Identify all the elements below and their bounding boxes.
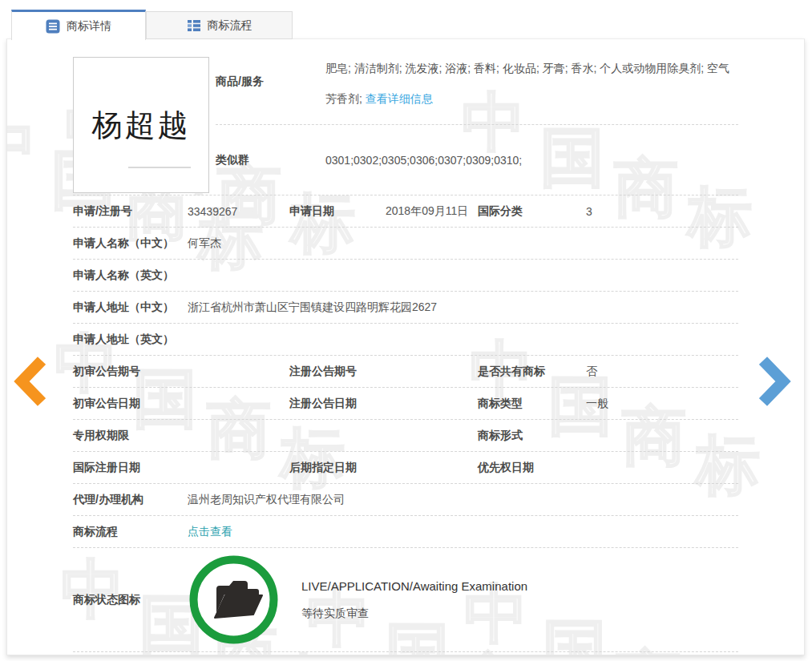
trademark-detail-page: 商标详情 商标流程 中 国 商 标 [0, 0, 812, 661]
applicant-en-label: 申请人名称（英文） [73, 268, 188, 283]
next-arrow-button[interactable] [759, 357, 791, 406]
first-notice-no-row: 初审公告期号 注册公告期号 是否共有商标 否 [73, 356, 738, 388]
intl-reg-date-label: 国际注册日期 [73, 461, 188, 475]
similar-group-value: 0301;0302;0305;0306;0307;0309;0310; [325, 154, 522, 167]
process-row: 商标流程 点击查看 [73, 516, 738, 548]
tab-trademark-detail[interactable]: 商标详情 [11, 10, 146, 40]
click-to-view-link[interactable]: 点击查看 [188, 525, 232, 538]
address-cn-label: 申请人地址（中文） [73, 300, 188, 315]
applicant-name-en-row: 申请人名称（英文） [73, 260, 738, 292]
shared-mark-value: 否 [586, 365, 738, 379]
reg-no-value: 33439267 [188, 205, 289, 218]
similar-group-label: 类似群 [216, 153, 325, 167]
intl-class-value: 3 [586, 205, 738, 218]
intl-reg-date-row: 国际注册日期 后期指定日期 优先权日期 [73, 452, 738, 484]
shared-mark-label: 是否共有商标 [478, 365, 586, 379]
reg-no-label: 申请/注册号 [73, 204, 188, 219]
detail-panel: 中 国 商 标 中 国 商 标 中 国 商 标 中 国 商 标 [6, 38, 805, 655]
applicant-cn-label: 申请人名称（中文） [73, 236, 188, 251]
apply-date-label: 申请日期 [289, 204, 386, 219]
similar-group-row: 类似群 0301;0302;0305;0306;0307;0309;0310; [216, 125, 738, 195]
status-label: 商标状态图标 [73, 593, 188, 607]
goods-services-label: 商品/服务 [216, 75, 325, 89]
mark-type-label: 商标类型 [478, 397, 586, 411]
applicant-address-en-row: 申请人地址（英文） [73, 324, 738, 356]
folder-status-icon [188, 554, 280, 646]
trademark-summary-section: 杨超越 商品/服务 肥皂; 清洁制剂; 洗发液; 浴液; 香料; 化妆品; 牙膏… [73, 39, 738, 195]
agency-value: 温州老周知识产权代理有限公司 [188, 493, 738, 507]
process-list-icon [187, 18, 201, 33]
detail-list-icon [46, 19, 60, 34]
trademark-image-artifact [128, 167, 191, 168]
goods-services-row: 商品/服务 肥皂; 清洁制剂; 洗发液; 浴液; 香料; 化妆品; 牙膏; 香水… [216, 39, 738, 125]
watermark-char: 标 [287, 652, 351, 655]
tab-label: 商标详情 [67, 19, 111, 34]
view-details-link[interactable]: 查看详细信息 [366, 92, 433, 105]
later-designated-date-label: 后期指定日期 [289, 461, 386, 475]
reg-notice-date-label: 注册公告日期 [289, 397, 386, 411]
exclusive-period-label: 专用权期限 [73, 429, 188, 443]
address-cn-value: 浙江省杭州市萧山区宁围镇建设四路明辉花园2627 [188, 300, 738, 315]
status-row: 商标状态图标 LIVE/APPLICATION/Awaiting Examina… [73, 548, 738, 652]
trademark-name-text: 杨超越 [92, 105, 191, 146]
tab-bar: 商标详情 商标流程 [11, 10, 293, 40]
previous-arrow-button[interactable] [14, 357, 46, 406]
status-line1: LIVE/APPLICATION/Awaiting Examination [301, 579, 527, 593]
process-label: 商标流程 [73, 525, 188, 539]
applicant-cn-value: 何军杰 [188, 236, 738, 251]
registration-number-row: 申请/注册号 33439267 申请日期 2018年09月11日 国际分类 3 [73, 195, 738, 228]
agency-row: 代理/办理机构 温州老周知识产权代理有限公司 [73, 484, 738, 516]
first-notice-date-label: 初审公告日期 [73, 397, 188, 411]
trademark-image: 杨超越 [73, 57, 209, 193]
first-notice-date-row: 初审公告日期 注册公告日期 商标类型 一般 [73, 388, 738, 420]
applicant-address-cn-row: 申请人地址（中文） 浙江省杭州市萧山区宁围镇建设四路明辉花园2627 [73, 292, 738, 324]
first-notice-no-label: 初审公告期号 [73, 365, 188, 379]
mark-form-label: 商标形式 [478, 429, 586, 443]
address-en-label: 申请人地址（英文） [73, 333, 188, 347]
goods-services-value: 肥皂; 清洁制剂; 洗发液; 浴液; 香料; 化妆品; 牙膏; 香水; 个人或动… [325, 39, 738, 124]
applicant-name-cn-row: 申请人名称（中文） 何军杰 [73, 228, 738, 260]
exclusive-period-row: 专用权期限 商标形式 [73, 420, 738, 452]
reg-notice-no-label: 注册公告期号 [289, 365, 386, 379]
priority-date-label: 优先权日期 [478, 461, 586, 475]
intl-class-label: 国际分类 [478, 204, 586, 219]
agency-label: 代理/办理机构 [73, 493, 188, 507]
tab-label: 商标流程 [208, 18, 252, 33]
status-line2: 等待实质审查 [301, 607, 527, 621]
mark-type-value: 一般 [586, 397, 738, 411]
apply-date-value: 2018年09月11日 [386, 204, 478, 219]
tab-trademark-process[interactable]: 商标流程 [146, 11, 293, 39]
